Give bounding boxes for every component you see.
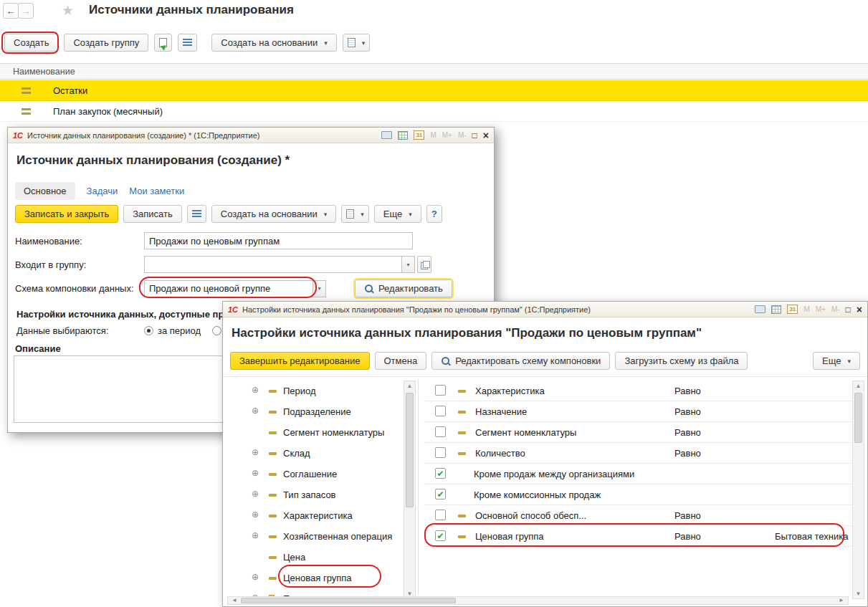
finish-editing-button[interactable]: Завершить редактирование [230, 352, 370, 370]
tree-item[interactable]: ⊕Склад [237, 443, 402, 464]
create-based-on-button[interactable]: Создать на основании ▾ [211, 34, 336, 52]
tree-item[interactable]: ⊕Подразделение [237, 401, 402, 422]
filter-row[interactable]: ✔Кроме продаж между организациями [424, 464, 852, 484]
scrollbar-thumb[interactable] [406, 393, 414, 507]
filter-row[interactable]: ✔Ценовая группаРавноБытовая техника [424, 526, 852, 547]
expand-icon[interactable]: ⊕ [250, 406, 260, 416]
create-based-on-button[interactable]: Создать на основании ▾ [211, 205, 336, 223]
help-button[interactable]: ? [426, 205, 442, 223]
filter-checkbox[interactable]: ✔ [435, 530, 446, 541]
tab-tasks[interactable]: Задачи [87, 186, 118, 196]
tree-item[interactable]: ⊕Характеристика [237, 505, 402, 526]
column-header-name[interactable]: Наименование [0, 63, 868, 80]
table-icon[interactable] [771, 305, 781, 314]
schema-dropdown-button[interactable]: ▾ [313, 280, 326, 297]
list-item[interactable]: План закупок (месячный) [0, 101, 868, 122]
list-item[interactable]: Остатки [0, 80, 868, 101]
group-input[interactable] [144, 256, 402, 273]
memory-m-button[interactable]: M [803, 305, 809, 313]
group-open-button[interactable] [417, 256, 431, 273]
calendar-icon[interactable]: 31 [414, 130, 424, 140]
scroll-left-icon[interactable]: ◄ [229, 597, 239, 604]
radio-for-period[interactable] [144, 326, 153, 335]
scroll-right-icon[interactable]: ► [836, 597, 846, 604]
filter-row[interactable]: ХарактеристикаРавно [424, 381, 852, 401]
edit-schema-button[interactable]: Редактировать [355, 279, 452, 297]
close-icon[interactable]: × [857, 304, 862, 315]
forward-button[interactable]: → [18, 3, 34, 19]
save-and-close-button[interactable]: Записать и закрыть [15, 205, 118, 223]
tree-item[interactable]: Цена [237, 547, 402, 568]
group-dropdown-button[interactable]: ▾ [402, 256, 415, 273]
list-view-button[interactable] [178, 34, 197, 52]
tree-item[interactable]: ⊕Соглашение [237, 464, 402, 484]
maximize-icon[interactable]: □ [472, 130, 477, 140]
scrollbar-thumb[interactable] [241, 598, 456, 603]
calendar-icon[interactable]: 31 [787, 305, 798, 314]
tree-item[interactable]: ⊕Тип запасов [237, 484, 402, 505]
memory-m-button[interactable]: M [430, 131, 436, 139]
filter-checkbox[interactable] [435, 510, 446, 520]
window-titlebar[interactable]: 1С Источник данных планирования (создани… [8, 128, 494, 143]
expand-icon[interactable]: ⊕ [250, 489, 260, 499]
tab-main[interactable]: Основное [15, 182, 75, 200]
expand-icon[interactable]: ⊕ [250, 572, 260, 582]
filter-checkbox[interactable] [435, 447, 446, 458]
save-button[interactable]: Записать [123, 205, 182, 223]
close-icon[interactable]: × [483, 130, 489, 141]
filter-checkbox[interactable]: ✔ [435, 468, 446, 479]
more-button[interactable]: Еще ▾ [374, 205, 421, 223]
document-menu-button[interactable]: ▾ [341, 205, 369, 223]
memory-m-plus-button[interactable]: M+ [816, 305, 826, 313]
memory-m-plus-button[interactable]: M+ [442, 131, 452, 139]
table-icon[interactable] [398, 131, 408, 140]
filter-row[interactable]: Основной способ обесп...Равно [424, 505, 852, 526]
window-titlebar[interactable]: 1С Настройки источника данных планирован… [223, 302, 867, 317]
cancel-button[interactable]: Отмена [375, 352, 427, 370]
scroll-up-icon[interactable]: ▲ [404, 383, 415, 389]
filter-row[interactable]: Сегмент номенклатурыРавно [424, 422, 852, 443]
more-button[interactable]: Еще ▾ [813, 352, 860, 370]
print-icon[interactable] [381, 131, 392, 139]
document-menu-button[interactable]: ▾ [343, 34, 371, 52]
horizontal-scrollbar[interactable]: ◄ ► [227, 596, 849, 605]
memory-m-minus-button[interactable]: M- [831, 305, 840, 313]
print-icon[interactable] [755, 305, 766, 313]
filter-checkbox[interactable]: ✔ [435, 489, 446, 500]
filters-vertical-scrollbar[interactable]: ▲ ▼ [852, 381, 864, 599]
filter-row[interactable]: НазначениеРавно [424, 401, 852, 422]
expand-icon[interactable]: ⊕ [250, 447, 260, 457]
tree-item[interactable]: ⊕Хозяйственная операция [237, 526, 402, 547]
list-view-button[interactable] [187, 205, 206, 223]
radio-second-option[interactable] [212, 326, 221, 335]
attribute-icon [269, 390, 277, 393]
edit-composition-schema-button[interactable]: Редактировать схему компоновки [431, 352, 610, 370]
create-group-button[interactable]: Создать группу [64, 34, 148, 52]
tree-item[interactable]: ⊕Период [237, 381, 402, 401]
name-input[interactable] [144, 232, 413, 249]
expand-icon[interactable]: ⊕ [250, 385, 260, 395]
expand-icon[interactable]: ⊕ [250, 468, 260, 478]
create-button[interactable]: Создать [4, 34, 58, 52]
filter-checkbox[interactable] [435, 385, 446, 396]
tab-my-notes[interactable]: Мои заметки [129, 186, 184, 196]
tree-item[interactable]: ⊕Ценовая группа [237, 568, 402, 588]
tree-item[interactable]: Сегмент номенклатуры [237, 422, 402, 443]
filter-checkbox[interactable] [435, 406, 446, 416]
scroll-up-icon[interactable]: ▲ [853, 383, 864, 389]
maximize-icon[interactable]: □ [846, 305, 851, 315]
memory-m-minus-button[interactable]: M- [458, 131, 467, 139]
scrollbar-thumb[interactable] [854, 393, 862, 443]
filter-row[interactable]: КоличествоРавно [424, 443, 852, 464]
scroll-down-icon[interactable]: ▼ [853, 591, 864, 597]
expand-icon[interactable]: ⊕ [250, 530, 260, 540]
filter-row[interactable]: ✔Кроме комиссионных продаж [424, 484, 852, 505]
copy-document-button[interactable] [154, 34, 172, 52]
back-button[interactable]: ← [3, 3, 19, 19]
favorite-star-icon[interactable]: ★ [62, 2, 74, 19]
load-schema-button[interactable]: Загрузить схему из файла [615, 352, 748, 370]
tree-vertical-scrollbar[interactable]: ▲ ▼ [404, 381, 416, 599]
schema-input[interactable] [144, 280, 313, 297]
expand-icon[interactable]: ⊕ [250, 510, 260, 520]
filter-checkbox[interactable] [435, 426, 446, 437]
